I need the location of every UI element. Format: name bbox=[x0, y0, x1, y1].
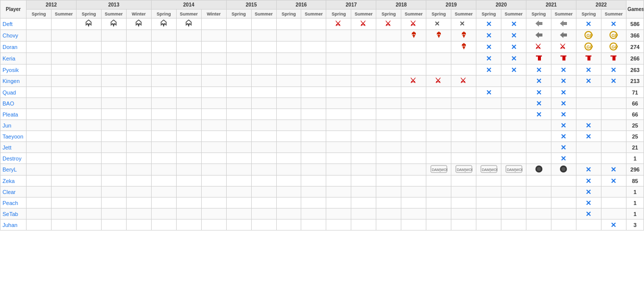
player-name[interactable]: SeTab bbox=[1, 208, 27, 220]
cell-2014-Spring bbox=[151, 42, 176, 53]
cell-2016-Summer bbox=[301, 131, 326, 142]
x-mark: ✕ bbox=[610, 221, 616, 229]
table-row: BAO✕✕66 bbox=[1, 98, 644, 109]
cell-2019-Summer: DAM|WON bbox=[451, 164, 476, 176]
svg-text:⚔: ⚔ bbox=[335, 20, 341, 28]
x-mark: ✕ bbox=[610, 166, 616, 174]
cell-2017-Summer: ⚔ bbox=[351, 18, 376, 30]
player-name[interactable]: Taeyoon bbox=[1, 131, 27, 142]
cell-2016-Summer bbox=[301, 120, 326, 131]
player-name[interactable]: BeryL bbox=[1, 164, 27, 176]
cell-2018-Spring bbox=[376, 164, 401, 176]
games-count: 3 bbox=[626, 220, 644, 230]
cell-2022-Spring: ✕ bbox=[576, 18, 601, 30]
games-count: 21 bbox=[626, 142, 644, 153]
cell-2015-Spring bbox=[226, 30, 251, 42]
cell-2012-Summer bbox=[51, 109, 76, 120]
cell-2022-Spring: ✕ bbox=[576, 131, 601, 142]
x-mark: ✕ bbox=[585, 122, 591, 130]
svg-text:✕: ✕ bbox=[434, 20, 440, 28]
cell-2015-Spring bbox=[226, 42, 251, 53]
table-row: Pleata✕✕66 bbox=[1, 109, 644, 120]
cell-2021-Spring bbox=[526, 164, 551, 176]
player-name[interactable]: Deft bbox=[1, 18, 27, 30]
x-mark: ✕ bbox=[585, 199, 591, 207]
cell-2013-Summer bbox=[101, 64, 126, 76]
cell-2015-Summer bbox=[251, 198, 276, 208]
cell-2012-Spring bbox=[27, 164, 52, 176]
kt-logo bbox=[134, 19, 144, 28]
cell-2020-Spring: ✕ bbox=[476, 42, 501, 53]
player-name[interactable]: Destroy bbox=[1, 153, 27, 164]
cell-2017-Spring bbox=[326, 64, 351, 76]
player-name[interactable]: Kingen bbox=[1, 76, 27, 87]
season-header-2013-Spring: Spring bbox=[76, 10, 101, 18]
cell-2022-Summer bbox=[601, 131, 626, 142]
x-mark: ✕ bbox=[536, 77, 542, 85]
player-name[interactable]: Jun bbox=[1, 120, 27, 131]
cell-2012-Summer bbox=[51, 164, 76, 176]
player-name[interactable]: Zeka bbox=[1, 176, 27, 186]
cell-2022-Spring: ✕ bbox=[576, 164, 601, 176]
player-name[interactable]: Peach bbox=[1, 198, 27, 208]
player-name[interactable]: BAO bbox=[1, 98, 27, 109]
x-mark: ✕ bbox=[511, 32, 517, 40]
cell-2021-Spring bbox=[526, 53, 551, 64]
x-mark: ✕ bbox=[610, 66, 616, 74]
cell-2019-Spring bbox=[426, 208, 451, 220]
cell-2012-Spring bbox=[27, 131, 52, 142]
cell-2013-Winter bbox=[126, 176, 151, 186]
cell-2016-Spring bbox=[276, 98, 301, 109]
cell-2022-Spring bbox=[576, 87, 601, 98]
cell-2019-Summer bbox=[451, 186, 476, 198]
cell-2019-Summer bbox=[451, 109, 476, 120]
games-col-header: Games bbox=[626, 0, 644, 18]
sphere-logo bbox=[558, 164, 568, 174]
cell-2019-Spring bbox=[426, 87, 451, 98]
x-mark: ✕ bbox=[560, 88, 566, 96]
cell-2019-Summer bbox=[451, 176, 476, 186]
cell-2014-Spring bbox=[151, 76, 176, 87]
cell-2017-Summer bbox=[351, 164, 376, 176]
season-header-2015-Summer: Summer bbox=[251, 10, 276, 18]
player-name[interactable]: Keria bbox=[1, 53, 27, 64]
cell-2020-Summer bbox=[501, 120, 526, 131]
table-row: Destroy✕1 bbox=[1, 153, 644, 164]
cell-2022-Summer bbox=[601, 98, 626, 109]
cell-2019-Spring bbox=[426, 142, 451, 153]
cell-2016-Summer bbox=[301, 18, 326, 30]
player-name[interactable]: Clear bbox=[1, 186, 27, 198]
cell-2022-Summer bbox=[601, 109, 626, 120]
player-name[interactable]: Juhan bbox=[1, 220, 27, 230]
cell-2013-Spring bbox=[76, 198, 101, 208]
player-name[interactable]: Quad bbox=[1, 87, 27, 98]
cell-2014-Winter bbox=[201, 153, 226, 164]
svg-text:⚔: ⚔ bbox=[435, 76, 441, 84]
cell-2013-Spring bbox=[76, 30, 101, 42]
cell-2021-Summer: ✕ bbox=[551, 87, 576, 98]
x-mark: ✕ bbox=[560, 144, 566, 152]
cell-2015-Summer bbox=[251, 142, 276, 153]
player-name[interactable]: Jett bbox=[1, 142, 27, 153]
cell-2013-Winter bbox=[126, 109, 151, 120]
cell-2019-Spring bbox=[426, 131, 451, 142]
cell-2020-Spring: ✕ bbox=[476, 53, 501, 64]
cell-2012-Spring bbox=[27, 18, 52, 30]
cell-2016-Summer bbox=[301, 142, 326, 153]
player-name[interactable]: Pyosik bbox=[1, 64, 27, 76]
cell-2020-Summer: DAM|WON bbox=[501, 164, 526, 176]
cell-2016-Summer bbox=[301, 53, 326, 64]
t1-logo bbox=[558, 54, 568, 62]
player-name[interactable]: Pleata bbox=[1, 109, 27, 120]
gp-logo: GP bbox=[583, 42, 593, 51]
cell-2022-Summer: GP bbox=[601, 30, 626, 42]
cell-2018-Summer bbox=[401, 98, 426, 109]
x-mark: ✕ bbox=[486, 88, 492, 96]
cell-2012-Summer bbox=[51, 64, 76, 76]
cell-2014-Spring bbox=[151, 18, 176, 30]
cell-2012-Spring bbox=[27, 208, 52, 220]
cell-2015-Summer bbox=[251, 176, 276, 186]
player-name[interactable]: Chovy bbox=[1, 30, 27, 42]
player-name[interactable]: Doran bbox=[1, 42, 27, 53]
cell-2017-Summer bbox=[351, 53, 376, 64]
